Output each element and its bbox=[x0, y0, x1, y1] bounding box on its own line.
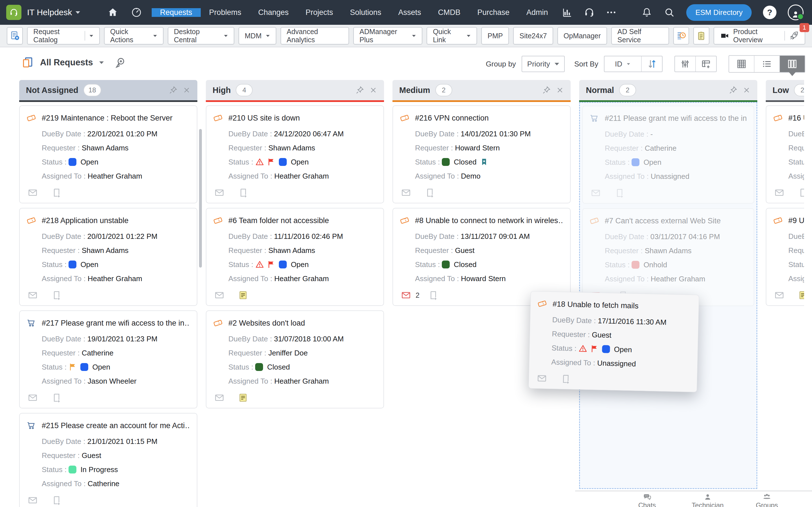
groups-dock-item[interactable]: Groups bbox=[744, 492, 790, 507]
notifications-bell-icon[interactable] bbox=[641, 7, 652, 18]
chevron-down-icon[interactable] bbox=[99, 61, 104, 64]
tab-projects[interactable]: Projects bbox=[297, 8, 342, 17]
site24x7-button[interactable]: Site24x7 bbox=[513, 27, 553, 45]
mail-icon[interactable] bbox=[214, 187, 224, 198]
tab-purchase[interactable]: Purchase bbox=[469, 8, 518, 17]
list-view-button[interactable] bbox=[754, 56, 779, 72]
mail-icon[interactable] bbox=[591, 188, 601, 198]
request-card[interactable]: #217 Please grant me wifi access to the … bbox=[19, 311, 197, 408]
request-title[interactable]: #210 US site is down bbox=[229, 114, 300, 122]
mail-icon[interactable] bbox=[214, 393, 224, 403]
request-card[interactable]: #6 Team folder not accessible DueBy Date… bbox=[206, 208, 384, 306]
tab-problems[interactable]: Problems bbox=[201, 8, 250, 17]
pmp-button[interactable]: PMP bbox=[481, 27, 509, 45]
pin-column-icon[interactable] bbox=[355, 86, 364, 95]
column-header[interactable]: Normal 2 bbox=[579, 80, 757, 102]
column-header[interactable]: Medium 2 bbox=[393, 80, 571, 102]
home-icon[interactable] bbox=[107, 7, 118, 18]
product-overview-button[interactable]: Product Overview 1 bbox=[714, 27, 805, 45]
search-views-icon[interactable] bbox=[114, 56, 126, 69]
desktop-central-button[interactable]: Desktop Central bbox=[168, 27, 234, 45]
mail-icon[interactable] bbox=[28, 187, 38, 198]
request-title[interactable]: #218 Application unstable bbox=[42, 216, 129, 225]
add-note-icon[interactable] bbox=[51, 187, 61, 198]
add-note-icon[interactable] bbox=[51, 290, 61, 300]
unread-mail-icon[interactable] bbox=[401, 290, 411, 300]
request-catalog-button[interactable]: Request Catalog bbox=[27, 27, 100, 45]
pin-column-icon[interactable] bbox=[728, 86, 738, 95]
support-headset-icon[interactable] bbox=[583, 7, 595, 18]
tab-requests[interactable]: Requests bbox=[152, 8, 201, 17]
mail-icon[interactable] bbox=[774, 187, 784, 198]
request-card[interactable]: #210 US site is down DueBy Date24/12/202… bbox=[206, 105, 384, 203]
tasks-clipboard-button[interactable] bbox=[693, 27, 709, 45]
tab-assets[interactable]: Assets bbox=[390, 8, 429, 17]
request-title[interactable]: #211 Please grant me wifi access to the … bbox=[605, 114, 747, 123]
mail-icon[interactable] bbox=[28, 495, 38, 505]
portal-switcher[interactable]: IT Helpdesk bbox=[27, 8, 80, 17]
pin-column-icon[interactable] bbox=[168, 86, 177, 95]
help-icon[interactable]: ? bbox=[763, 6, 776, 19]
add-note-icon[interactable] bbox=[238, 187, 248, 198]
add-column-button[interactable] bbox=[695, 56, 716, 71]
search-icon[interactable] bbox=[664, 7, 675, 18]
tab-changes[interactable]: Changes bbox=[250, 8, 297, 17]
ad-self-service-button[interactable]: AD Self Service bbox=[611, 27, 669, 45]
chats-dock-item[interactable]: Chats bbox=[624, 492, 670, 507]
sort-field-select[interactable]: ID bbox=[605, 56, 641, 71]
request-card[interactable]: #7 Can't access external Web Site DueBy … bbox=[582, 208, 754, 306]
request-title[interactable]: #2 Websites don't load bbox=[229, 319, 305, 328]
kanban-view-button[interactable] bbox=[779, 56, 805, 72]
request-card[interactable]: #219 Maintenance : Reboot the Server Due… bbox=[19, 105, 197, 203]
dragged-request-card[interactable]: #18 Unable to fetch mails DueBy Date17/1… bbox=[528, 291, 699, 392]
dashboard-icon[interactable] bbox=[131, 7, 142, 18]
request-card[interactable]: #216 VPN connection DueBy Date14/01/2021… bbox=[393, 105, 571, 203]
request-title[interactable]: #8 Unable to connect to network in wirel… bbox=[415, 216, 563, 225]
mail-icon[interactable] bbox=[28, 290, 38, 300]
request-title[interactable]: #217 Please grant me wifi access to the … bbox=[42, 319, 190, 328]
mail-icon[interactable] bbox=[28, 393, 38, 403]
reports-icon[interactable] bbox=[562, 7, 573, 18]
add-note-icon[interactable] bbox=[51, 495, 61, 505]
request-title[interactable]: #6 Team folder not accessible bbox=[229, 216, 329, 225]
request-title[interactable]: #7 Can't access external Web Site bbox=[605, 217, 721, 225]
admanager-plus-button[interactable]: ADManager Plus bbox=[353, 27, 422, 45]
quick-link-button[interactable]: Quick Link bbox=[426, 27, 477, 45]
app-logo[interactable] bbox=[6, 5, 21, 20]
tab-cmdb[interactable]: CMDB bbox=[429, 8, 469, 17]
request-title[interactable]: #216 VPN connection bbox=[415, 114, 489, 122]
mail-icon[interactable] bbox=[774, 290, 784, 300]
user-avatar[interactable] bbox=[788, 4, 804, 20]
request-title[interactable]: #219 Maintenance : Reboot the Server bbox=[42, 114, 172, 122]
close-column-icon[interactable] bbox=[183, 86, 191, 94]
more-menu-icon[interactable] bbox=[606, 7, 617, 18]
filter-fields-button[interactable] bbox=[675, 56, 695, 71]
mail-icon[interactable] bbox=[214, 290, 224, 300]
esm-directory-button[interactable]: ESM Directory bbox=[686, 4, 752, 21]
close-column-icon[interactable] bbox=[743, 86, 751, 94]
add-note-icon[interactable] bbox=[51, 393, 61, 403]
add-note-icon[interactable] bbox=[424, 187, 435, 198]
sort-direction-toggle[interactable] bbox=[641, 56, 662, 71]
request-card[interactable]: #2 Websites don't load DueBy Date31/07/2… bbox=[206, 311, 384, 408]
note-icon[interactable] bbox=[238, 290, 248, 300]
rocket-icon[interactable] bbox=[789, 31, 799, 41]
group-by-select[interactable]: Priority bbox=[522, 56, 565, 72]
request-title[interactable]: #215 Please create an account for me Act… bbox=[42, 421, 190, 430]
pin-column-icon[interactable] bbox=[542, 86, 551, 95]
grid-view-button[interactable] bbox=[729, 56, 754, 72]
request-card[interactable]: #215 Please create an account for me Act… bbox=[19, 413, 197, 507]
column-header[interactable]: Not Assigned 18 bbox=[19, 80, 197, 102]
tab-admin[interactable]: Admin bbox=[518, 8, 557, 17]
scheduled-reports-button[interactable] bbox=[673, 27, 689, 45]
note-icon[interactable] bbox=[238, 393, 248, 403]
tab-solutions[interactable]: Solutions bbox=[342, 8, 390, 17]
request-card[interactable]: #218 Application unstable DueBy Date20/0… bbox=[19, 208, 197, 306]
new-request-button[interactable] bbox=[7, 27, 23, 45]
quick-actions-button[interactable]: Quick Actions bbox=[104, 27, 163, 45]
column-scrollbar[interactable] bbox=[199, 129, 202, 268]
request-title[interactable]: #18 Unable to fetch mails bbox=[553, 300, 639, 311]
add-note-icon[interactable] bbox=[428, 290, 438, 300]
mdm-button[interactable]: MDM bbox=[239, 27, 276, 45]
mail-icon[interactable] bbox=[401, 187, 411, 198]
